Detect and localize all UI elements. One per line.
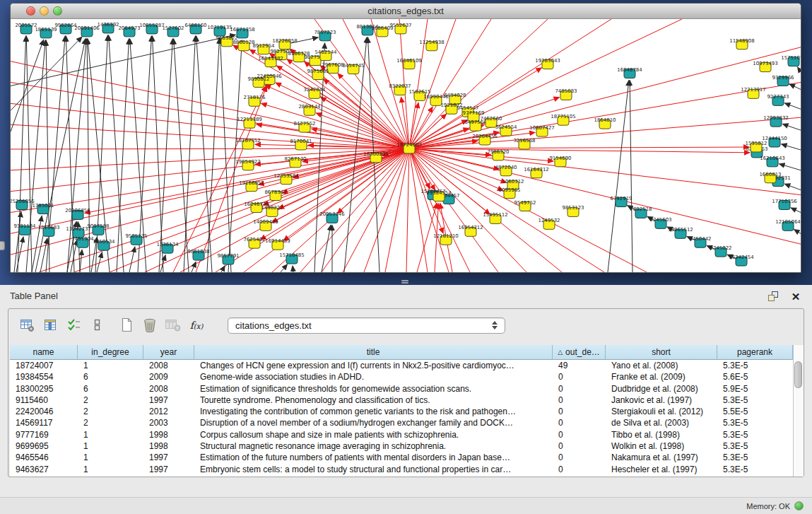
node-label: 8450442 xyxy=(689,236,711,242)
node-label: 15718485 xyxy=(279,252,305,258)
cell-pagerank: 5.5E-5 xyxy=(717,406,793,417)
cell-out_degree: 0 xyxy=(553,429,606,440)
node-label: 3624554 xyxy=(495,124,517,130)
cell-title: Tourette syndrome. Phenomenology and cla… xyxy=(194,395,553,406)
table-row[interactable]: 1830029562008Estimation of significance … xyxy=(10,383,793,395)
cell-year: 1997 xyxy=(143,464,194,475)
cell-name: 9777169 xyxy=(10,429,78,440)
column-header-year[interactable]: year xyxy=(143,345,194,360)
cell-in_degree: 6 xyxy=(78,383,143,395)
cell-short: Hescheler et al. (1997) xyxy=(606,464,717,475)
window-title: citations_edges.txt xyxy=(367,6,444,16)
cell-year: 2008 xyxy=(143,383,194,395)
cell-short: Franke et al. (2009) xyxy=(606,371,717,382)
node-label: 7462660 xyxy=(480,116,502,122)
table-row[interactable]: 977716911998Corpus callosum shape and si… xyxy=(10,429,793,440)
cell-short: Jankovic et al. (1997) xyxy=(606,395,717,406)
table-row[interactable]: 1938455462009Genome-wide association stu… xyxy=(10,371,793,382)
node-label: 1785001 xyxy=(32,203,54,209)
close-panel-button[interactable]: ✕ xyxy=(789,290,802,303)
cell-out_degree: 0 xyxy=(553,440,606,452)
delete-table-button[interactable] xyxy=(163,315,184,335)
node-label: 8678342 xyxy=(264,189,286,195)
table-panel-content: f(x) citations_edges.txt namein_degreeye… xyxy=(8,308,804,477)
cell-in_degree: 1 xyxy=(78,452,143,463)
node-label: 7857223 xyxy=(314,30,336,35)
cell-pagerank: 5.3E-5 xyxy=(717,440,793,452)
node-label: 1451904 xyxy=(71,236,94,242)
float-panel-button[interactable] xyxy=(767,290,779,303)
table-row[interactable]: 1872400712008Changes of HCN gene express… xyxy=(10,360,793,371)
cell-short: Tibbo et al. (1998) xyxy=(606,429,717,440)
cell-year: 1998 xyxy=(143,440,194,452)
node-label: 1436392 xyxy=(97,22,119,28)
node-label: 16210643 xyxy=(760,156,785,161)
vertical-scrollbar[interactable] xyxy=(793,345,804,477)
column-header-out_degree[interactable]: △out_de… xyxy=(553,345,606,360)
cell-year: 1997 xyxy=(143,452,194,463)
column-header-in_degree[interactable]: in_degree xyxy=(78,345,143,360)
node-label: 1336134 xyxy=(156,242,179,247)
table-row[interactable]: 1456911722003Disruption of a novel membe… xyxy=(10,417,793,428)
table-select-dropdown[interactable]: citations_edges.txt xyxy=(228,317,505,334)
cell-in_degree: 1 xyxy=(78,360,143,371)
cell-title: Corpus callosum shape and size in male p… xyxy=(194,429,553,440)
minimize-button[interactable] xyxy=(40,6,49,16)
table-row[interactable]: 2242004622012Investigating the contribut… xyxy=(10,406,793,417)
cell-pagerank: 5.3E-5 xyxy=(717,464,793,475)
node-label: 2064973 xyxy=(118,25,140,31)
node-label: 16671358 xyxy=(230,27,255,33)
cell-year: 2008 xyxy=(143,360,194,371)
node-label: 7892518 xyxy=(630,207,652,213)
column-header-name[interactable]: name xyxy=(10,345,78,360)
table-mode-button[interactable] xyxy=(17,315,38,335)
node-label: 16164212 xyxy=(524,167,549,173)
delete-table-icon xyxy=(165,318,182,332)
float-window-icon xyxy=(767,291,779,302)
show-columns-button[interactable] xyxy=(40,315,61,335)
node-label: 10655287 xyxy=(139,23,165,28)
node-label: 12353584 xyxy=(273,173,299,179)
function-builder-button[interactable]: f(x) xyxy=(186,315,207,335)
table-row[interactable]: 911546021997Tourette syndrome. Phenomeno… xyxy=(10,395,793,406)
network-canvas[interactable]: 2005572186513999628642069140614363922064… xyxy=(11,19,801,272)
network-nodes: 2005572186513999628642069140614363922064… xyxy=(11,22,801,266)
node-label: 9875685 xyxy=(307,69,329,74)
node-label: 8095965 xyxy=(498,187,520,193)
table-row[interactable]: 969969511998Structural magnetic resonanc… xyxy=(10,440,793,452)
node-label: 8860128 xyxy=(233,40,254,45)
panel-divider-grip[interactable] xyxy=(400,279,410,284)
node-label: 9227343 xyxy=(767,94,789,100)
delete-column-button[interactable] xyxy=(139,315,160,335)
close-button[interactable] xyxy=(26,6,35,16)
column-header-pagerank[interactable]: pagerank xyxy=(717,345,793,360)
table-row[interactable]: 946362711997Embryonic stem cells: a mode… xyxy=(10,464,793,475)
cell-name: 9463627 xyxy=(10,464,78,475)
memory-status-icon xyxy=(794,501,804,510)
new-column-button[interactable] xyxy=(116,315,137,335)
node-label: 2803144 xyxy=(298,104,321,110)
row-height-icon xyxy=(93,318,102,332)
table-panel-title: Table Panel xyxy=(10,291,58,301)
row-height-button[interactable] xyxy=(87,315,108,335)
select-all-button[interactable] xyxy=(64,315,85,335)
scrollbar-thumb[interactable] xyxy=(794,361,802,388)
zoom-button[interactable] xyxy=(53,6,62,16)
cell-short: Stergiakouli et al. (2012) xyxy=(606,406,717,417)
desktop-edge-tab[interactable] xyxy=(0,241,5,250)
table-row[interactable]: 946554611997Estimation of the future num… xyxy=(10,452,793,463)
node-label: 14009489 xyxy=(253,219,278,225)
window-titlebar[interactable]: citations_edges.txt xyxy=(11,4,801,19)
node-label: 3242844 xyxy=(303,87,326,93)
cell-name: 14569117 xyxy=(10,417,78,428)
column-header-short[interactable]: short xyxy=(606,345,717,360)
node-label: 9777169 xyxy=(462,110,484,116)
cell-title: Estimation of the future numbers of pati… xyxy=(194,452,553,463)
table-body: 1872400712008Changes of HCN gene express… xyxy=(10,360,793,475)
cell-in_degree: 1 xyxy=(78,440,143,452)
table-panel-header: Table Panel ✕ xyxy=(0,285,812,308)
node-label: 19654922 xyxy=(235,159,261,165)
desktop-background: citations_edges.txt 20055721865139996286… xyxy=(0,0,812,285)
node-label: 16914459 xyxy=(265,238,290,244)
column-header-title[interactable]: title xyxy=(194,345,553,360)
